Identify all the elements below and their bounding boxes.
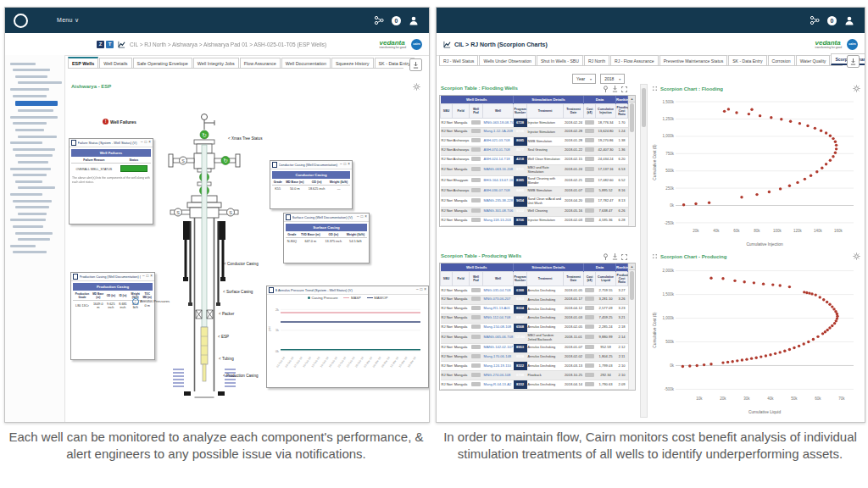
well-link[interactable]: Mang-1-12-1A-209 bbox=[483, 127, 514, 136]
tree-item[interactable] bbox=[10, 116, 58, 119]
drag-handle-icon[interactable] bbox=[652, 253, 658, 259]
column-header[interactable]: Treatment bbox=[527, 104, 564, 119]
well-link[interactable]: Mang-150-08-108 bbox=[483, 323, 514, 332]
close-icon[interactable]: × bbox=[424, 288, 426, 292]
year-value-select[interactable]: 2018▾ bbox=[600, 74, 625, 84]
pin-icon[interactable] bbox=[603, 86, 609, 92]
tab-safe-operating-envelope[interactable]: Safe Operating Envelope bbox=[133, 58, 192, 68]
maximize-icon[interactable]: □ bbox=[147, 274, 149, 279]
table-row[interactable]: RJ NorthMangalaMang-1-12-1A-2096725Injec… bbox=[441, 127, 628, 136]
download-button[interactable] bbox=[409, 58, 422, 71]
table-scrollbar[interactable]: ▲ bbox=[628, 96, 635, 226]
scrollbar-thumb[interactable] bbox=[630, 271, 634, 300]
column-header[interactable]: Treatment bbox=[527, 272, 564, 286]
table-row[interactable]: RJ NorthMangalaMang-170-06-1488528Annulu… bbox=[441, 352, 628, 362]
annulus-pressure-window[interactable]: B Annulus Pressure Trend (System - Well … bbox=[266, 286, 429, 388]
close-icon[interactable]: × bbox=[364, 215, 367, 219]
column-header[interactable]: Well Pad bbox=[470, 104, 483, 119]
tree-item[interactable] bbox=[13, 69, 50, 71]
download-icon[interactable] bbox=[612, 86, 618, 92]
column-header[interactable]: Well Pad bbox=[470, 272, 483, 286]
column-header[interactable]: Flooding Cost Ratio bbox=[616, 104, 628, 119]
tree-item[interactable] bbox=[18, 213, 47, 215]
tree-item[interactable] bbox=[13, 225, 43, 228]
close-icon[interactable]: × bbox=[348, 163, 350, 167]
tree-item[interactable] bbox=[10, 88, 49, 91]
tree-item[interactable] bbox=[15, 232, 53, 235]
tab-esp-wells[interactable]: ESP Wells bbox=[68, 57, 98, 68]
tab-shut-in-wells-sbu[interactable]: Shut In Wells - SBU bbox=[537, 55, 583, 65]
maximize-icon[interactable]: □ bbox=[361, 215, 364, 219]
scrollbar-thumb[interactable] bbox=[630, 103, 634, 132]
table-row[interactable]: RJ NorthMangalaMang-150-08-1086568Annulu… bbox=[441, 323, 628, 332]
tab-rj-well-status[interactable]: RJ - Well Status bbox=[439, 55, 478, 65]
minimize-icon[interactable]: – bbox=[416, 288, 419, 292]
column-header[interactable]: Well bbox=[483, 272, 514, 286]
tree-item[interactable] bbox=[13, 148, 55, 151]
tree-item[interactable] bbox=[10, 193, 42, 196]
tab-flow-assurance[interactable]: Flow Assurance bbox=[240, 58, 281, 68]
download-button[interactable] bbox=[847, 55, 860, 68]
flooding-table[interactable]: Well DetailsStimulation DetailsDataRanki… bbox=[439, 95, 636, 227]
column-header[interactable]: Cumulative Liquid bbox=[596, 272, 616, 286]
well-link[interactable]: MNG-063-18-08-T06 bbox=[483, 119, 514, 128]
drag-handle-icon[interactable] bbox=[652, 86, 658, 92]
well-link[interactable]: MANG-063-16-208 bbox=[483, 164, 514, 175]
expand-icon[interactable] bbox=[621, 254, 627, 260]
well-link[interactable]: Mang-124-19-110 bbox=[483, 362, 514, 371]
column-header[interactable]: Program Number bbox=[514, 272, 527, 286]
expand-icon[interactable] bbox=[621, 86, 627, 92]
maximize-icon[interactable]: □ bbox=[420, 288, 423, 292]
table-row[interactable]: RJ NorthMangalaMANG-065-06-T0812180MBO a… bbox=[441, 332, 628, 343]
gear-icon[interactable] bbox=[853, 252, 860, 260]
table-row[interactable]: RJ NorthMangalaMANG-063-16-2088701MBO an… bbox=[441, 164, 628, 175]
table-row[interactable]: RJ NorthMangalaMANG-142-02-1078953Annulu… bbox=[441, 343, 628, 352]
tree-item[interactable] bbox=[18, 81, 62, 84]
tab-sk-data-entry[interactable]: SK - Data Entry bbox=[728, 55, 766, 65]
table-row[interactable]: RJ NorthMangalaMNG-063-18-08-T066728Inje… bbox=[441, 119, 628, 128]
z-button[interactable]: Z bbox=[97, 41, 104, 48]
maximize-icon[interactable]: □ bbox=[145, 141, 147, 145]
well-link[interactable]: MANG-065-06-T08 bbox=[483, 332, 514, 343]
producing-table[interactable]: Well DetailsStimulation DetailsDataRanki… bbox=[439, 263, 636, 391]
column-header[interactable]: SBU bbox=[441, 104, 453, 119]
table-row[interactable]: RJ NorthAishwaryaASH-024-14-T184218Well … bbox=[441, 155, 628, 164]
well-link[interactable]: MNG-035-04-T08 bbox=[483, 286, 514, 296]
annulus-pressures-note[interactable]: i Annulus Pressures bbox=[132, 298, 170, 305]
maximize-icon[interactable]: □ bbox=[344, 163, 347, 167]
table-row[interactable]: RJ NorthMangalaMang-R-04-13-A28332Annulu… bbox=[441, 380, 628, 390]
well-link[interactable]: Mang-R1-13-A01 bbox=[483, 304, 514, 313]
failure-status-window[interactable]: Failure Status (System - Well Status) (V… bbox=[69, 138, 153, 225]
scrollbar-thumb[interactable] bbox=[642, 88, 646, 127]
menu-button[interactable]: Menu ∨ bbox=[57, 17, 79, 24]
gear-icon[interactable] bbox=[413, 83, 420, 91]
column-header[interactable]: Field bbox=[453, 272, 470, 286]
pin-icon[interactable] bbox=[603, 253, 609, 260]
t-button[interactable]: T bbox=[106, 41, 114, 48]
tree-item[interactable] bbox=[13, 122, 47, 125]
conductor-casing-window[interactable]: Conductor Casing (Well Documentation) (V… bbox=[270, 160, 353, 209]
tree-item[interactable] bbox=[10, 168, 51, 170]
well-link[interactable]: MANG-235-38-228 bbox=[483, 196, 514, 207]
tree-item[interactable] bbox=[15, 180, 42, 183]
table-row[interactable]: RJ NorthMangalaMang-118-13-2038706Inject… bbox=[441, 216, 628, 225]
table-row[interactable]: RJ NorthMangalaMNG-112-04-T088367Annulus… bbox=[441, 313, 628, 323]
column-header[interactable]: Cumulative Injection bbox=[596, 104, 616, 119]
user-icon[interactable] bbox=[409, 15, 419, 25]
tree-item[interactable] bbox=[18, 136, 57, 138]
tree-item[interactable] bbox=[13, 200, 52, 202]
table-row[interactable]: RJ NorthMangalaMANG-301-08-T069122Well C… bbox=[441, 207, 628, 216]
table-row[interactable]: RJ NorthMangalaMNG-073-06-2076363Annulus… bbox=[441, 295, 628, 304]
tab-rj-north[interactable]: RJ North bbox=[584, 55, 609, 65]
column-header[interactable]: Treatment Date bbox=[564, 104, 584, 119]
tree-item[interactable] bbox=[15, 129, 44, 131]
minimize-icon[interactable]: – bbox=[340, 163, 342, 167]
tree-item[interactable] bbox=[18, 186, 55, 189]
table-row[interactable]: RJ NorthBhagyamBHG-164-13-67-168385Sand … bbox=[441, 175, 628, 186]
tree-item[interactable] bbox=[10, 245, 36, 247]
tab-corrosion[interactable]: Corrosion bbox=[768, 55, 795, 65]
column-header[interactable]: Well bbox=[483, 104, 514, 119]
column-header[interactable]: Producing Cost Ratio bbox=[616, 272, 628, 286]
tree-item[interactable] bbox=[13, 251, 47, 253]
tree-item[interactable] bbox=[15, 154, 53, 157]
